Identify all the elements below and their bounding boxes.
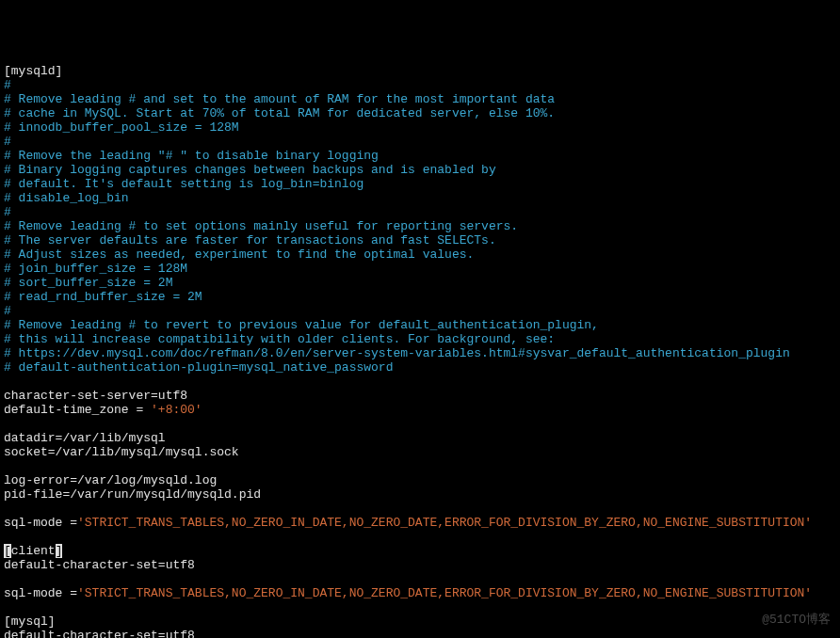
setting-tz-val: '+8:00' <box>151 403 202 417</box>
setting-logerror: log-error=/var/log/mysqld.log <box>4 473 217 487</box>
comment-line: # Remove leading # and set to the amount… <box>4 92 555 106</box>
cursor-bracket-close: ] <box>56 544 63 558</box>
comment-line: # innodb_buffer_pool_size = 128M <box>4 120 239 135</box>
setting-pidfile: pid-file=/var/run/mysqld/mysqld.pid <box>4 487 261 502</box>
comment-line: # Remove the leading "# " to disable bin… <box>4 149 379 163</box>
comment-line: # <box>4 78 11 92</box>
editor-viewport[interactable]: [mysqld] # # Remove leading # and set to… <box>4 64 836 638</box>
setting-sqlmode-key: sql-mode = <box>4 516 77 530</box>
comment-line: # Adjust sizes as needed, experiment to … <box>4 247 474 262</box>
watermark: @51CTO博客 <box>762 613 831 627</box>
setting-client-charset: default-character-set=utf8 <box>4 558 195 572</box>
setting-client-sqlmode-val: 'STRICT_TRANS_TABLES,NO_ZERO_IN_DATE,NO_… <box>77 586 812 600</box>
comment-line: # <box>4 205 11 219</box>
setting-datadir: datadir=/var/lib/mysql <box>4 431 166 445</box>
comment-line: # The server defaults are faster for tra… <box>4 233 496 247</box>
setting-socket: socket=/var/lib/mysql/mysql.sock <box>4 445 239 459</box>
section-client-name: client <box>11 544 56 558</box>
setting-sqlmode-val: 'STRICT_TRANS_TABLES,NO_ZERO_IN_DATE,NO_… <box>77 516 812 530</box>
comment-line: # cache in MySQL. Start at 70% of total … <box>4 106 555 120</box>
comment-line: # this will increase compatibility with … <box>4 332 555 346</box>
setting-tz-key: default-time_zone = <box>4 403 151 417</box>
comment-line: # join_buffer_size = 128M <box>4 262 187 276</box>
comment-line: # disable_log_bin <box>4 191 129 205</box>
section-mysqld-header: [mysqld] <box>4 64 62 78</box>
comment-line: # Binary logging captures changes betwee… <box>4 163 496 177</box>
comment-line: # https://dev.mysql.com/doc/refman/8.0/e… <box>4 346 790 360</box>
comment-line: # Remove leading # to set options mainly… <box>4 219 518 233</box>
comment-line: # <box>4 304 11 318</box>
comment-line: # default. It's default setting is log_b… <box>4 177 363 191</box>
setting-client-sqlmode-key: sql-mode = <box>4 586 77 600</box>
setting-mysql-charset: default-character-set=utf8 <box>4 629 195 638</box>
comment-line: # <box>4 135 11 149</box>
comment-line: # Remove leading # to revert to previous… <box>4 318 599 332</box>
section-mysql-header: [mysql] <box>4 614 56 629</box>
comment-line: # default-authentication-plugin=mysql_na… <box>4 360 393 375</box>
setting-charset: character-set-server=utf8 <box>4 389 187 403</box>
comment-line: # sort_buffer_size = 2M <box>4 276 172 290</box>
comment-line: # read_rnd_buffer_size = 2M <box>4 290 202 304</box>
cursor-bracket-open: [ <box>4 544 11 558</box>
